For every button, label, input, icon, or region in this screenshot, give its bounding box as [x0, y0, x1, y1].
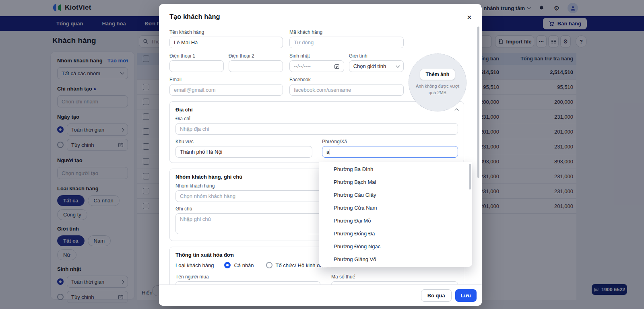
facebook-label: Facebook — [289, 77, 404, 82]
modal-scrollbar[interactable] — [477, 27, 479, 178]
facebook-input[interactable] — [289, 84, 404, 96]
calendar-icon — [334, 64, 340, 69]
chevron-down-icon — [396, 64, 400, 68]
ward-dropdown: Phường Ba Đình Phường Bạch Mai Phường Cầ… — [319, 162, 472, 267]
save-button[interactable]: Lưu — [455, 289, 477, 302]
customer-code-input[interactable] — [289, 37, 404, 48]
tax-code-label: Mã số thuế — [331, 274, 458, 280]
gender-label: Giới tính — [349, 53, 404, 59]
phone1-input[interactable] — [169, 60, 224, 72]
address-label: Địa chỉ — [175, 116, 458, 122]
birthday-label: Sinh nhật — [289, 53, 344, 59]
invoice-type-label: Loại khách hàng — [175, 262, 214, 268]
region-label: Khu vực — [175, 139, 312, 144]
buyer-name-label: Tên người mua — [175, 274, 320, 280]
ward-option[interactable]: Phường Đông Ngạc — [319, 240, 472, 253]
ward-option[interactable]: Phường Đống Đa — [319, 227, 472, 240]
ward-option[interactable]: Phường Cửa Nam — [319, 202, 472, 214]
invoice-personal-label: Cá nhân — [234, 262, 254, 268]
add-photo-button[interactable]: Thêm ảnh — [420, 69, 455, 80]
customer-name-input[interactable] — [169, 37, 283, 48]
phone2-input[interactable] — [229, 60, 283, 72]
avatar-upload-zone[interactable]: Thêm ảnh Ảnh không được vượt quá 2MB — [409, 54, 466, 111]
dropdown-scrollbar[interactable] — [469, 164, 471, 190]
phone2-label: Điện thoại 2 — [229, 53, 283, 59]
invoice-personal-radio[interactable] — [224, 262, 231, 268]
address-section-title: Địa chỉ — [175, 107, 193, 113]
gender-select[interactable]: Chọn giới tính — [349, 60, 404, 72]
modal-footer: Bỏ qua Lưu — [159, 284, 482, 306]
cancel-button[interactable]: Bỏ qua — [421, 289, 452, 302]
region-select[interactable]: Thành phố Hà Nội — [175, 146, 312, 158]
ward-input[interactable]: a — [322, 146, 458, 158]
close-icon[interactable]: ✕ — [465, 13, 474, 22]
code-label: Mã khách hàng — [289, 29, 404, 35]
chevron-up-icon[interactable] — [455, 108, 459, 112]
address-section: Địa chỉ Địa chỉ Khu vực Thành phố Hà Nội… — [169, 101, 464, 163]
ward-option[interactable]: Phường Ba Đình — [319, 163, 472, 176]
invoice-org-radio[interactable] — [266, 262, 272, 268]
text-caret — [330, 149, 330, 155]
address-input[interactable] — [175, 123, 458, 135]
phone1-label: Điện thoại 1 — [169, 53, 224, 59]
email-input[interactable] — [169, 84, 283, 96]
modal-title: Tạo khách hàng — [169, 13, 220, 20]
ward-option[interactable]: Phường Đại Mỗ — [319, 214, 472, 227]
app: KiotViet Chi nhánh trung tâm ⚙ — [0, 0, 644, 309]
ward-option[interactable]: Phường Giảng Võ — [319, 253, 472, 266]
ward-option[interactable]: Phường Cầu Giấy — [319, 189, 472, 202]
ward-option[interactable]: Phường Bạch Mai — [319, 176, 472, 189]
ward-label: Phường/Xã — [322, 139, 458, 144]
email-label: Email — [169, 77, 283, 82]
birthday-input[interactable]: --/--/---- — [289, 60, 344, 72]
name-label: Tên khách hàng — [169, 29, 283, 35]
create-customer-modal: Tạo khách hàng ✕ Thêm ảnh Ảnh không được… — [159, 4, 482, 306]
photo-hint: Ảnh không được vượt quá 2MB — [412, 83, 463, 96]
